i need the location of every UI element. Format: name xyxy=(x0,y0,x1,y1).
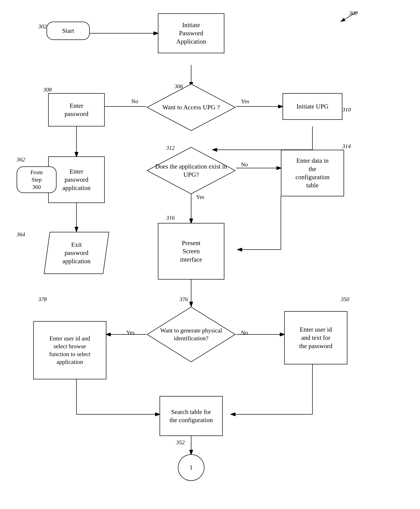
ref-364-label: 364 xyxy=(17,231,25,238)
from-step-360-shape: From Step 360 xyxy=(17,166,57,193)
no-1-label: No xyxy=(131,98,138,105)
ref-376-label: 376 xyxy=(180,296,188,302)
ref-378-label: 378 xyxy=(38,296,47,302)
yes-1-label: Yes xyxy=(241,98,249,105)
flowchart-diagram: 300 302 304 306 308 310 312 314 316 362 … xyxy=(0,0,420,509)
ref-352-label: 352 xyxy=(176,439,185,446)
want-upg-shape: Want to Access UPG ? xyxy=(146,83,236,131)
ref-362-label: 362 xyxy=(17,156,25,163)
initiate-upg-shape: Initiate UPG xyxy=(283,93,342,120)
present-screen-shape: Present Screen interface xyxy=(158,223,224,279)
does-app-exist-shape: Does the application exist in UPG? xyxy=(146,147,236,195)
yes-2-label: Yes xyxy=(196,194,204,200)
enter-data-config-shape: Enter data in the configuration table xyxy=(281,150,344,196)
ref-310-label: 310 xyxy=(342,107,351,113)
ref-308-label: 308 xyxy=(43,86,52,93)
enter-password-app-shape: Enter password application xyxy=(48,156,105,203)
start-shape: Start xyxy=(46,22,90,40)
enter-userid-browse-shape: Enter user id and select browse function… xyxy=(33,321,106,379)
yes-3-label: Yes xyxy=(126,330,135,336)
ref-300-label: 300 xyxy=(349,10,358,16)
initiate-password-app-shape: Initiate Password Application xyxy=(158,13,224,53)
ref-350-label: 350 xyxy=(341,296,349,302)
ref-314-label: 314 xyxy=(342,143,351,149)
ref-316-label: 316 xyxy=(166,215,175,221)
enter-password-shape: Enter password xyxy=(48,93,105,126)
connector-1-shape: 1 xyxy=(178,454,204,481)
no-2-label: No xyxy=(241,162,248,168)
no-3-label: No xyxy=(241,330,248,336)
ref-302-label: 302 xyxy=(38,23,47,30)
enter-userid-text-shape: Enter user id and text for the password xyxy=(284,311,347,364)
exit-password-app-shape: Exit password application xyxy=(43,231,110,275)
search-table-shape: Search table for the configuration xyxy=(160,396,223,436)
want-generate-shape: Want to generate physical identification… xyxy=(146,306,236,363)
